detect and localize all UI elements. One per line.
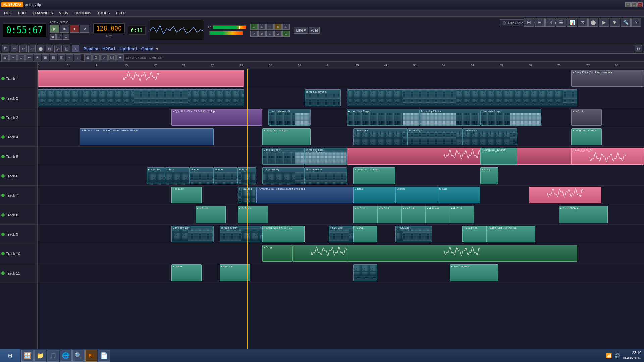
tb-app-search[interactable]: 🔍: [72, 350, 85, 362]
rtb-btn-help[interactable]: ?: [631, 18, 641, 27]
rtb-btn-browser[interactable]: ☰: [556, 18, 566, 27]
clip-7-0[interactable]: ▸ de6..ain: [171, 187, 202, 203]
tb2-connect[interactable]: ⊕: [1, 54, 9, 61]
line-dropdown[interactable]: Line ▾ % ⊡: [294, 27, 320, 34]
clip-5-4[interactable]: ▸ S02_9_128_A#: [571, 148, 644, 165]
pl-expand-btn[interactable]: ⊡: [635, 45, 642, 52]
clip-8-0[interactable]: ▸ de6..ain: [196, 206, 226, 223]
clip-8-4[interactable]: ▸ c e6..ain: [401, 206, 426, 223]
menuitem-file[interactable]: FILE: [1, 10, 15, 16]
clip-2-0[interactable]: [38, 89, 244, 106]
pat-btn-7[interactable]: ⊕: [258, 31, 266, 37]
rtb-btn-channel[interactable]: ⊟: [535, 18, 545, 27]
pl-btn-open[interactable]: ✏: [11, 45, 18, 52]
tb2-del[interactable]: ⊠: [92, 54, 100, 61]
pat-btn-3[interactable]: ↔: [266, 24, 274, 30]
clip-4-4[interactable]: U melody 2: [462, 128, 517, 145]
rtb-btn-rec[interactable]: ⬤: [588, 18, 598, 27]
pattern-btn[interactable]: ⊞: [50, 34, 56, 40]
clip-2-2[interactable]: [347, 89, 578, 106]
pat-btn-2[interactable]: ⊟: [258, 24, 266, 30]
clip-10-0[interactable]: ▸ S..ng: [262, 245, 292, 262]
clip-3-1[interactable]: U me ody layer 5: [268, 109, 311, 126]
clip-6-4[interactable]: U le..e: [238, 167, 256, 184]
clip-5-2[interactable]: [347, 148, 578, 165]
pl-btn-record[interactable]: ⬤: [37, 45, 44, 52]
clip-9-2[interactable]: ▸ Siren_Voc_FX_Air_01: [262, 226, 305, 242]
mute-btn-9[interactable]: [1, 233, 5, 236]
menuitem-help[interactable]: HELP: [113, 10, 128, 16]
mute-btn-6[interactable]: [1, 174, 5, 178]
song-btn[interactable]: ♫: [56, 34, 62, 40]
playlist-dropdown[interactable]: ▾: [156, 46, 158, 51]
clip-3-3[interactable]: U meoldy 2 layer: [420, 109, 480, 126]
pat-btn-10[interactable]: ⊡: [282, 31, 290, 37]
clip-1-1[interactable]: ▸ Fruity Filter (Scr..f freq envelope: [571, 70, 644, 87]
tb-app-docs[interactable]: 📄: [98, 350, 110, 362]
pl-btn-zoom[interactable]: ⊕: [54, 45, 62, 52]
mute-btn-4[interactable]: [1, 135, 5, 139]
tb2-pencil[interactable]: ✏: [9, 54, 17, 61]
sched-btn[interactable]: ⊡: [63, 34, 69, 40]
clip-7-2[interactable]: ▸ Sylenth1 #2 - FilterCtl Cutoff envelop…: [256, 187, 353, 203]
clip-4-1[interactable]: ▸ LongClap_128bpm: [262, 128, 311, 145]
tb2-plus[interactable]: ⊞: [42, 54, 49, 61]
clip-4-5[interactable]: ▸ LongClap_128bpm: [571, 128, 601, 145]
clip-3-2[interactable]: ▸ U meoldy 2 layer: [347, 109, 420, 126]
clip-11-3[interactable]: ▸ Snar..288bpm: [450, 264, 499, 281]
tb-app-chrome[interactable]: 🌐: [60, 350, 72, 362]
restore-button[interactable]: □: [631, 2, 637, 7]
menuitem-edit[interactable]: EDIT: [15, 10, 29, 16]
tb-app-media[interactable]: 🎵: [47, 350, 59, 362]
clip-3-0[interactable]: ▸ Sylenth1 - FilterCtl Cutoff envelope: [171, 109, 262, 126]
menuitem-channels[interactable]: CHANNELS: [30, 10, 56, 16]
clip-2-1[interactable]: U me ody layer 5: [305, 89, 341, 106]
pat-btn-5[interactable]: ⊡: [282, 24, 290, 30]
tb2-cross[interactable]: ✚: [116, 54, 124, 61]
record-button[interactable]: ●: [70, 25, 79, 33]
pat-btn-6[interactable]: ↺: [250, 31, 258, 37]
tb2-layers[interactable]: ◫: [58, 54, 65, 61]
pat-btn-4[interactable]: ⊠: [274, 24, 282, 30]
clip-1-0[interactable]: [38, 70, 244, 87]
mute-btn-2[interactable]: [1, 97, 5, 100]
tb2-undo[interactable]: ↩: [25, 54, 33, 61]
clip-9-3[interactable]: ▸ H2S..ted: [329, 226, 353, 242]
master-vol-bar[interactable]: [213, 25, 246, 29]
clip-8-3[interactable]: ▸ de6..ain: [377, 206, 401, 223]
clip-11-2[interactable]: [353, 264, 377, 281]
clip-4-0[interactable]: ▸ H2Sv2 - THKi - Kick[00_Mute / solo env…: [80, 128, 214, 145]
snap-btn[interactable]: % ⊡: [309, 27, 320, 34]
clip-8-6[interactable]: ▸ de6..ain: [450, 206, 474, 223]
clip-7-6[interactable]: [529, 187, 602, 203]
clip-9-4[interactable]: ▸ S..ng: [353, 226, 377, 242]
clip-6-0[interactable]: ▸ H2S..tec: [147, 167, 165, 184]
tb2-select[interactable]: ⊙: [17, 54, 25, 61]
pat-btn-1[interactable]: ⊞: [250, 24, 258, 30]
menuitem-view[interactable]: VIEW: [56, 10, 71, 16]
mute-btn-1[interactable]: [1, 77, 5, 80]
pl-btn-snap[interactable]: ⊡: [46, 45, 53, 52]
rtb-btn-metro[interactable]: ⧖: [578, 18, 588, 27]
pl-btn-redo[interactable]: ↪: [28, 45, 36, 52]
tb-app-folder[interactable]: 📁: [34, 350, 46, 362]
rtb-btn-export[interactable]: ▶: [599, 18, 609, 27]
clip-6-6[interactable]: U top melody: [305, 167, 347, 184]
clip-11-1[interactable]: ▸ de6..ain: [220, 264, 250, 281]
tb2-stars[interactable]: ✦: [34, 54, 41, 61]
rtb-btn-options[interactable]: ✱: [610, 18, 620, 27]
play-button[interactable]: ▶: [50, 25, 59, 33]
rtb-btn-mixer[interactable]: ⊞: [524, 18, 534, 27]
mute-btn-7[interactable]: [1, 194, 5, 197]
clip-9-5[interactable]: ▸ H2S..ted: [395, 226, 432, 242]
loop-button[interactable]: ↺: [80, 25, 89, 33]
pl-btn-undo[interactable]: ↩: [19, 45, 27, 52]
clip-7-3[interactable]: U bass: [353, 187, 395, 203]
pl-fullscreen-btn[interactable]: ⊡: [635, 45, 642, 52]
line-select[interactable]: Line ▾: [294, 27, 309, 34]
tb2-move[interactable]: ⌖: [66, 54, 73, 61]
stop-button[interactable]: ■: [60, 25, 69, 33]
minimize-button[interactable]: −: [625, 2, 631, 7]
clip-8-2[interactable]: ▸ de6..ain: [353, 206, 377, 223]
mute-btn-8[interactable]: [1, 213, 5, 217]
